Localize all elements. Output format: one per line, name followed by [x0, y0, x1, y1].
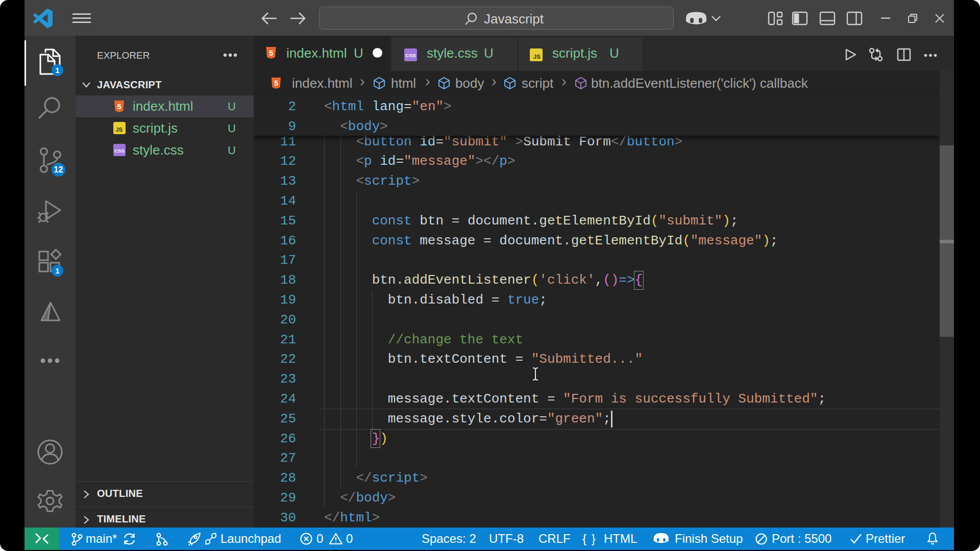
svg-text:5: 5 — [117, 103, 121, 111]
svg-text:JS: JS — [116, 127, 122, 133]
svg-text:CSS: CSS — [114, 148, 125, 154]
